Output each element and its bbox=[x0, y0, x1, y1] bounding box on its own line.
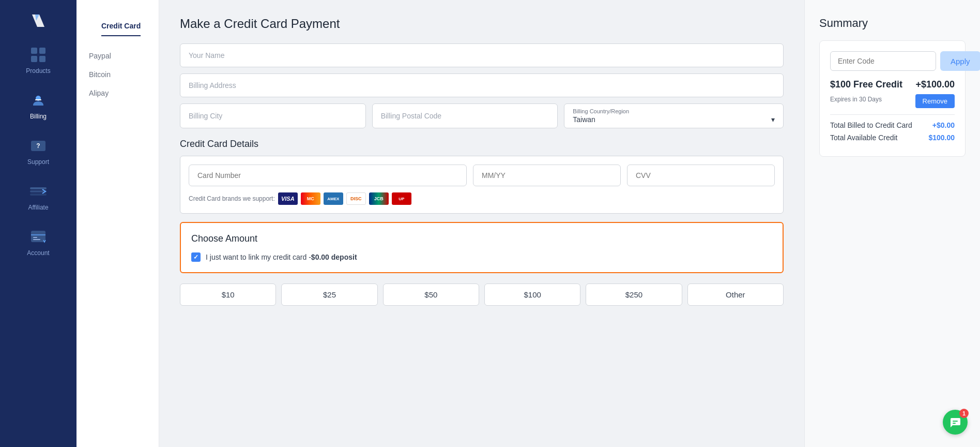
svg-rect-3 bbox=[31, 48, 37, 54]
available-value: $100.00 bbox=[928, 133, 955, 142]
remove-button[interactable]: Remove bbox=[915, 94, 955, 108]
svg-rect-17 bbox=[33, 239, 40, 240]
chat-button[interactable]: 1 bbox=[943, 410, 968, 435]
left-nav: Credit Card Paypal Bitcoin Alipay bbox=[76, 0, 159, 447]
card-brands-row: Credit Card brands we support: VISA MC A… bbox=[189, 192, 775, 205]
sidebar-item-billing[interactable]: Billing bbox=[0, 83, 76, 128]
sidebar-label-products: Products bbox=[26, 67, 50, 74]
unionpay-brand-icon: UP bbox=[392, 192, 411, 205]
amount-btn-50[interactable]: $50 bbox=[383, 284, 479, 306]
card-cvv-input[interactable] bbox=[627, 165, 775, 186]
nav-item-credit-card[interactable]: Credit Card bbox=[101, 17, 141, 36]
location-row: Billing Country/Region Taiwan ▾ bbox=[180, 103, 784, 128]
page-title: Make a Credit Card Payment bbox=[180, 17, 784, 31]
available-label: Total Available Credit bbox=[830, 133, 897, 142]
amount-btn-250[interactable]: $250 bbox=[586, 284, 682, 306]
country-label: Billing Country/Region bbox=[573, 108, 775, 114]
card-inputs-row bbox=[189, 165, 775, 186]
summary-title: Summary bbox=[819, 17, 966, 30]
sidebar-label-account: Account bbox=[27, 249, 49, 257]
chevron-down-icon: ▾ bbox=[771, 115, 775, 124]
svg-rect-11 bbox=[30, 187, 47, 189]
your-name-input[interactable] bbox=[180, 43, 784, 67]
sidebar-item-support[interactable]: ? Support bbox=[0, 128, 76, 174]
svg-rect-4 bbox=[39, 48, 45, 54]
svg-rect-13 bbox=[30, 193, 47, 196]
amount-btn-other[interactable]: Other bbox=[687, 284, 784, 306]
nav-item-bitcoin[interactable]: Bitcoin bbox=[76, 65, 159, 84]
link-card-checkbox[interactable] bbox=[191, 252, 201, 262]
sidebar-logo bbox=[26, 8, 51, 33]
amex-brand-icon: AMEX bbox=[324, 192, 343, 205]
billed-row: Total Billed to Credit Card +$0.00 bbox=[830, 121, 955, 129]
promo-code-input[interactable] bbox=[830, 51, 936, 71]
sidebar-label-support: Support bbox=[27, 158, 49, 166]
card-expiry-input[interactable] bbox=[473, 165, 621, 186]
country-selector[interactable]: Billing Country/Region Taiwan ▾ bbox=[564, 103, 784, 128]
card-details-title: Credit Card Details bbox=[180, 139, 784, 150]
brands-label: Credit Card brands we support: bbox=[189, 195, 275, 202]
billing-city-input[interactable] bbox=[180, 103, 366, 128]
sidebar-label-affiliate: Affiliate bbox=[28, 204, 48, 211]
promo-amount: +$100.00 bbox=[915, 79, 955, 90]
nav-item-paypal[interactable]: Paypal bbox=[76, 47, 159, 65]
amount-btn-100[interactable]: $100 bbox=[484, 284, 580, 306]
svg-rect-6 bbox=[39, 56, 45, 62]
chat-badge: 1 bbox=[959, 409, 969, 418]
sidebar: Products Billing ? Support Affiliate bbox=[0, 0, 76, 447]
promo-row: $100 Free Credit +$100.00 bbox=[830, 79, 955, 90]
billing-address-input[interactable] bbox=[180, 73, 784, 97]
promo-expires: Expires in 30 Days bbox=[830, 96, 882, 103]
svg-rect-8 bbox=[35, 99, 41, 100]
billing-postal-input[interactable] bbox=[372, 103, 558, 128]
jcb-brand-icon: JCB bbox=[369, 192, 389, 205]
link-card-row: I just want to link my credit card -$0.0… bbox=[191, 252, 772, 262]
amount-btn-10[interactable]: $10 bbox=[180, 284, 276, 306]
sidebar-item-products[interactable]: Products bbox=[0, 37, 76, 83]
svg-rect-5 bbox=[31, 56, 37, 62]
summary-divider bbox=[830, 114, 955, 115]
promo-code-row: Apply bbox=[830, 51, 955, 71]
choose-amount-title: Choose Amount bbox=[191, 233, 772, 244]
svg-rect-18 bbox=[953, 421, 958, 422]
billed-value: +$0.00 bbox=[932, 121, 955, 129]
nav-item-alipay[interactable]: Alipay bbox=[76, 84, 159, 102]
link-card-label: I just want to link my credit card -$0.0… bbox=[206, 253, 357, 261]
svg-rect-19 bbox=[953, 423, 956, 424]
country-value[interactable]: Taiwan ▾ bbox=[573, 115, 775, 124]
sidebar-item-affiliate[interactable]: Affiliate bbox=[0, 174, 76, 219]
apply-button[interactable]: Apply bbox=[940, 51, 980, 71]
summary-panel: Summary Apply $100 Free Credit +$100.00 … bbox=[804, 0, 980, 447]
main-content: Credit Card Paypal Bitcoin Alipay Make a… bbox=[76, 0, 980, 447]
discover-brand-icon: DISC bbox=[346, 192, 366, 205]
amount-buttons-row: $10 $25 $50 $100 $250 Other bbox=[180, 284, 784, 306]
card-details-box: Credit Card brands we support: VISA MC A… bbox=[180, 156, 784, 214]
svg-text:?: ? bbox=[36, 142, 40, 150]
billed-label: Total Billed to Credit Card bbox=[830, 121, 912, 129]
promo-title: $100 Free Credit bbox=[830, 79, 902, 90]
visa-brand-icon: VISA bbox=[278, 192, 298, 205]
svg-rect-16 bbox=[33, 237, 37, 238]
mastercard-brand-icon: MC bbox=[301, 192, 320, 205]
card-number-input[interactable] bbox=[189, 165, 467, 186]
amount-btn-25[interactable]: $25 bbox=[281, 284, 377, 306]
sidebar-item-account[interactable]: Account bbox=[0, 219, 76, 265]
summary-card: Apply $100 Free Credit +$100.00 Expires … bbox=[819, 40, 966, 157]
center-content: Make a Credit Card Payment Billing Count… bbox=[159, 0, 804, 447]
your-name-group bbox=[180, 43, 784, 67]
billing-address-group bbox=[180, 73, 784, 97]
available-row: Total Available Credit $100.00 bbox=[830, 133, 955, 142]
sidebar-label-billing: Billing bbox=[30, 113, 47, 120]
choose-amount-box: Choose Amount I just want to link my cre… bbox=[180, 222, 784, 273]
